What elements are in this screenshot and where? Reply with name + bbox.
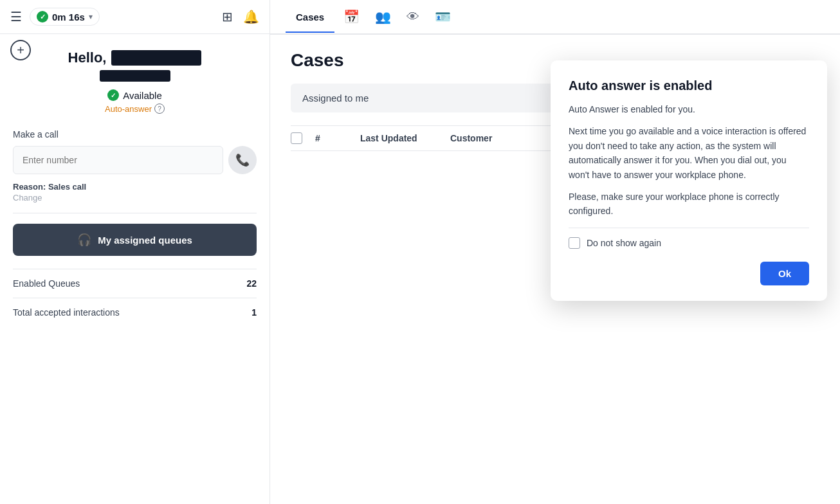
enabled-queues-value: 22 — [246, 278, 257, 289]
stats-section: Enabled Queues 22 Total accepted interac… — [13, 269, 257, 327]
tab-people-icon[interactable]: 👥 — [369, 0, 397, 33]
queues-button-label: My assigned queues — [98, 235, 192, 246]
modal-divider — [569, 228, 809, 228]
help-icon[interactable]: ? — [154, 104, 165, 114]
do-not-show-label: Do not show again — [587, 238, 661, 248]
do-not-show-checkbox[interactable] — [569, 237, 580, 249]
col-hash: # — [315, 133, 347, 143]
enabled-queues-label: Enabled Queues — [13, 278, 80, 289]
col-customer: Customer — [450, 133, 492, 143]
modal-body-3: Please, make sure your workplace phone i… — [569, 190, 809, 219]
auto-answer-modal: Auto answer is enabled Auto Answer is en… — [551, 60, 827, 301]
available-row: Available — [13, 89, 257, 101]
ok-button[interactable]: Ok — [760, 262, 809, 285]
auto-answer-row: Auto-answer ? — [13, 104, 257, 114]
available-text: Available — [123, 90, 162, 101]
change-link[interactable]: Change — [13, 193, 257, 203]
tab-cases[interactable]: Cases — [286, 3, 334, 33]
main-content: Cases 📅 👥 👁 🪪 Cases Assigned to me # Las… — [270, 0, 840, 504]
user-name-redacted — [111, 50, 201, 66]
headset-icon: 🎧 — [77, 233, 91, 247]
auto-answer-label: Auto-answer — [105, 104, 152, 114]
user-sub-redacted — [100, 70, 170, 82]
col-updated: Last Updated — [360, 133, 437, 143]
stat-row-interactions: Total accepted interactions 1 — [13, 298, 257, 327]
tab-calendar-icon[interactable]: 📅 — [337, 0, 366, 33]
available-dot — [107, 89, 119, 101]
total-interactions-label: Total accepted interactions — [13, 307, 120, 318]
reason-row: Reason: Sales call — [13, 182, 257, 192]
modal-footer: Ok — [569, 262, 809, 285]
add-button[interactable]: + — [10, 40, 31, 60]
plus-icon: + — [17, 44, 24, 57]
tab-eye-icon[interactable]: 👁 — [400, 1, 426, 33]
select-all-checkbox[interactable] — [291, 132, 302, 144]
menu-icon[interactable]: ☰ — [10, 9, 22, 24]
modal-title: Auto answer is enabled — [569, 78, 809, 93]
hello-section: Hello, Available Auto-answer ? — [13, 50, 257, 114]
modal-checkbox-row: Do not show again — [569, 237, 809, 249]
grid-icon[interactable]: ⊞ — [222, 9, 233, 24]
status-pill[interactable]: 0m 16s ▾ — [30, 8, 100, 26]
sidebar: ☰ 0m 16s ▾ ⊞ 🔔 + Hello, Available — [0, 0, 270, 504]
phone-icon: 📞 — [235, 153, 250, 167]
make-call-section: Make a call 📞 Reason: Sales call Change — [13, 129, 257, 203]
page-content: Cases Assigned to me # Last Updated Cust… — [270, 35, 840, 504]
tabs-bar: Cases 📅 👥 👁 🪪 — [270, 0, 840, 35]
modal-body-2: Next time you go available and a voice i… — [569, 124, 809, 182]
topbar-right: ⊞ 🔔 — [222, 9, 259, 24]
status-dot — [37, 11, 48, 22]
sidebar-topbar: ☰ 0m 16s ▾ ⊞ 🔔 — [0, 0, 269, 34]
stat-row-queues: Enabled Queues 22 — [13, 269, 257, 298]
hello-title: Hello, — [13, 50, 257, 66]
call-button[interactable]: 📞 — [228, 146, 257, 174]
sidebar-content: Hello, Available Auto-answer ? Make a ca… — [0, 34, 269, 504]
bell-icon[interactable]: 🔔 — [243, 9, 259, 24]
timer-text: 0m 16s — [52, 12, 85, 22]
call-input-row: 📞 — [13, 146, 257, 174]
tab-id-icon[interactable]: 🪪 — [428, 0, 457, 33]
modal-body-1: Auto Answer is enabled for you. — [569, 102, 809, 116]
call-input[interactable] — [13, 146, 223, 174]
chevron-down-icon: ▾ — [89, 12, 93, 21]
queues-button[interactable]: 🎧 My assigned queues — [13, 224, 257, 256]
divider-1 — [13, 213, 257, 213]
total-interactions-value: 1 — [251, 307, 257, 318]
make-call-label: Make a call — [13, 129, 257, 140]
modal-body: Auto Answer is enabled for you. Next tim… — [569, 102, 809, 219]
